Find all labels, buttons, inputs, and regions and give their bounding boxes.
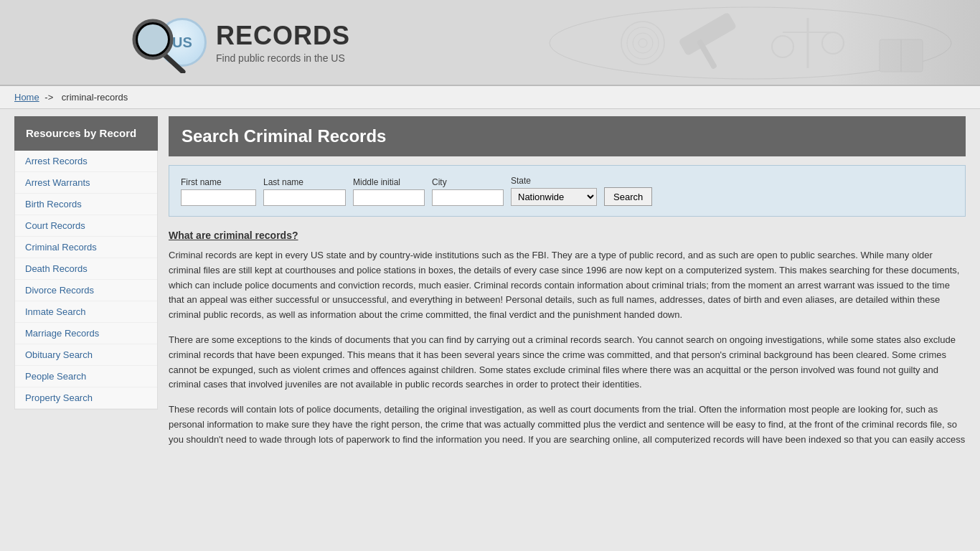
sidebar-nav: Arrest RecordsArrest WarrantsBirth Recor… <box>14 151 158 410</box>
search-form: First name Last name Middle initial City… <box>181 176 953 206</box>
state-group: State NationwideAlabamaAlaskaArizonaArka… <box>511 176 597 206</box>
last-name-group: Last name <box>263 177 346 206</box>
svg-point-6 <box>822 32 844 54</box>
main-layout: Resources by Record Arrest RecordsArrest… <box>0 109 980 465</box>
article-paragraph-1: Criminal records are kept in every US st… <box>169 248 966 323</box>
state-select[interactable]: NationwideAlabamaAlaskaArizonaArkansasCa… <box>511 188 597 206</box>
svg-point-16 <box>138 24 168 55</box>
first-name-group: First name <box>181 177 256 206</box>
sidebar-item-property-search[interactable]: Property Search <box>15 387 157 409</box>
svg-point-12 <box>639 39 647 47</box>
city-input[interactable] <box>432 189 504 206</box>
state-label: State <box>511 176 597 186</box>
sidebar: Resources by Record Arrest RecordsArrest… <box>14 116 158 458</box>
svg-point-9 <box>621 22 664 65</box>
sidebar-item-death-records[interactable]: Death Records <box>15 258 157 280</box>
sidebar-item-obituary-search[interactable]: Obituary Search <box>15 344 157 366</box>
svg-point-10 <box>627 27 659 59</box>
article-paragraph-2: There are some exceptions to the kinds o… <box>169 333 966 392</box>
sidebar-item-court-records[interactable]: Court Records <box>15 215 157 237</box>
breadcrumb: Home -> criminal-records <box>0 86 980 109</box>
sidebar-item-people-search[interactable]: People Search <box>15 366 157 387</box>
city-label: City <box>432 177 504 187</box>
article-paragraph-3: These records will contain lots of polic… <box>169 402 966 447</box>
last-name-input[interactable] <box>263 189 346 206</box>
search-button[interactable]: Search <box>604 187 652 206</box>
sidebar-item-criminal-records[interactable]: Criminal Records <box>15 237 157 258</box>
middle-initial-input[interactable] <box>353 189 425 206</box>
first-name-input[interactable] <box>181 189 256 206</box>
site-header: US RECORDS Find public records in the US <box>0 0 980 86</box>
city-group: City <box>432 177 504 206</box>
site-name: RECORDS <box>216 21 350 51</box>
header-decoration <box>492 0 980 86</box>
breadcrumb-current: criminal-records <box>62 92 128 103</box>
breadcrumb-home[interactable]: Home <box>14 92 39 103</box>
sidebar-item-marriage-records[interactable]: Marriage Records <box>15 323 157 344</box>
page-title: Search Criminal Records <box>169 116 966 156</box>
middle-initial-label: Middle initial <box>353 177 425 187</box>
site-tagline: Find public records in the US <box>216 52 350 64</box>
search-box: First name Last name Middle initial City… <box>169 165 966 217</box>
site-name-suffix: RECORDS <box>216 21 350 50</box>
svg-rect-1 <box>678 12 737 57</box>
last-name-label: Last name <box>263 177 346 187</box>
site-title-group: RECORDS Find public records in the US <box>212 21 350 64</box>
middle-initial-group: Middle initial <box>353 177 425 206</box>
sidebar-item-arrest-records[interactable]: Arrest Records <box>15 151 157 172</box>
sidebar-header: Resources by Record <box>14 116 158 151</box>
svg-line-13 <box>165 55 183 72</box>
logo-magnifier <box>129 16 187 75</box>
sidebar-item-birth-records[interactable]: Birth Records <box>15 194 157 215</box>
sidebar-item-arrest-warrants[interactable]: Arrest Warrants <box>15 172 157 194</box>
first-name-label: First name <box>181 177 256 187</box>
article: What are criminal records? Criminal reco… <box>169 230 966 448</box>
article-heading: What are criminal records? <box>169 230 966 241</box>
svg-point-5 <box>772 36 793 57</box>
sidebar-item-inmate-search[interactable]: Inmate Search <box>15 301 157 323</box>
main-content: Search Criminal Records First name Last … <box>169 116 966 458</box>
svg-point-11 <box>633 33 653 53</box>
sidebar-item-divorce-records[interactable]: Divorce Records <box>15 280 157 301</box>
breadcrumb-separator: -> <box>44 92 53 103</box>
